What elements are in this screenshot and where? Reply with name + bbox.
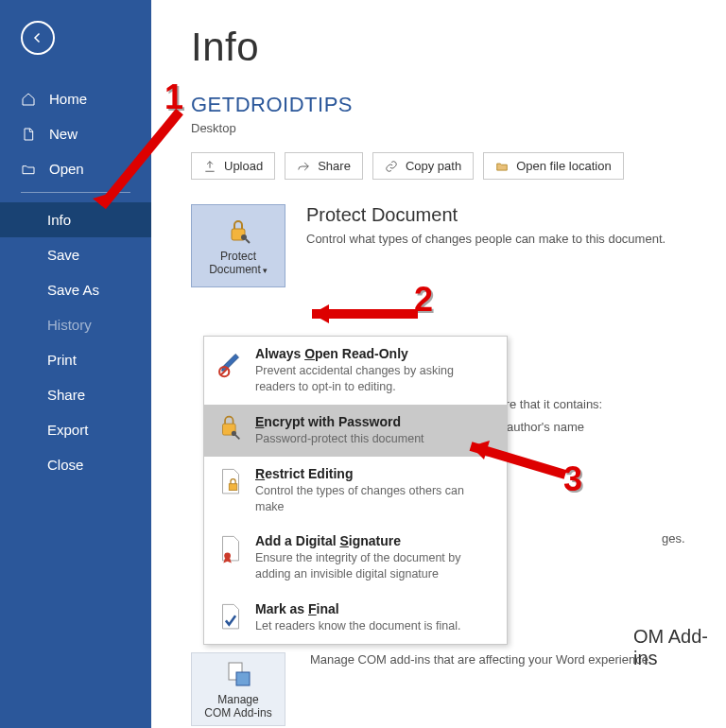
protect-document-dropdown: Always Open Read-Only Prevent accidental… [203, 336, 508, 645]
open-file-location-button[interactable]: Open file location [483, 152, 623, 180]
menu-item-title: Add a Digital Signature [255, 533, 493, 548]
share-icon [297, 160, 310, 173]
menu-item-desc: Prevent accidental changes by asking rea… [255, 363, 493, 395]
lock-key-icon [217, 414, 244, 446]
page-title: Info [191, 25, 698, 70]
menu-item-desc: Let readers know the document is final. [255, 618, 460, 634]
sidebar-item-label: Home [49, 91, 87, 107]
document-icon [21, 127, 36, 142]
menu-encrypt-with-password[interactable]: Encrypt with Password Password-protect t… [204, 405, 507, 457]
copy-path-button[interactable]: Copy path [372, 152, 474, 180]
folder-open-icon [21, 162, 36, 177]
sidebar-item-history: History [0, 307, 151, 342]
menu-add-digital-signature[interactable]: Add a Digital Signature Ensure the integ… [204, 524, 507, 592]
protect-document-section: ProtectDocument▾ Protect Document Contro… [191, 204, 698, 287]
inspect-document-section-partial: ware that it contains: author's name [490, 395, 726, 434]
addins-desc: Manage COM add-ins that are affecting yo… [310, 652, 652, 667]
menu-item-title: Mark as Final [255, 601, 460, 616]
text-fragment: ges. [662, 531, 685, 546]
menu-item-desc: Ensure the integrity of the document by … [255, 550, 493, 582]
sidebar-item-new[interactable]: New [0, 116, 151, 151]
doc-ribbon-icon [217, 533, 244, 565]
protect-document-text: Protect Document Control what types of c… [306, 204, 666, 249]
link-icon [385, 160, 398, 173]
upload-button[interactable]: Upload [191, 152, 275, 180]
menu-item-desc: Password-protect this document [255, 431, 424, 447]
sidebar-item-saveas[interactable]: Save As [0, 272, 151, 307]
svg-point-9 [224, 553, 231, 560]
sidebar-item-info[interactable]: Info [0, 202, 151, 237]
backstage-sidebar: Home New Open Info Save Save As History … [0, 0, 151, 728]
menu-always-open-readonly[interactable]: Always Open Read-Only Prevent accidental… [204, 337, 507, 405]
sidebar-item-print[interactable]: Print [0, 342, 151, 377]
manage-com-addins-button[interactable]: ManageCOM Add-ins [191, 652, 285, 726]
share-button[interactable]: Share [285, 152, 363, 180]
arrow-left-icon [29, 29, 46, 46]
menu-item-desc: Control the types of changes others can … [255, 483, 493, 515]
sidebar-item-home[interactable]: Home [0, 81, 151, 116]
menu-restrict-editing[interactable]: Restrict Editing Control the types of ch… [204, 457, 507, 525]
svg-rect-3 [236, 672, 250, 685]
folder-icon [495, 160, 509, 173]
sidebar-item-close[interactable]: Close [0, 447, 151, 482]
protect-desc: Control what types of changes people can… [306, 230, 666, 249]
menu-item-title: Restrict Editing [255, 466, 493, 481]
document-title: GETDROIDTIPS [191, 93, 698, 117]
menu-item-title: Always Open Read-Only [255, 346, 493, 361]
menu-item-title: Encrypt with Password [255, 414, 424, 429]
addins-icon [223, 659, 253, 689]
sidebar-separator [21, 192, 130, 193]
home-icon [21, 92, 36, 107]
svg-rect-8 [229, 483, 237, 490]
sidebar-item-open[interactable]: Open [0, 151, 151, 186]
sidebar-item-save[interactable]: Save [0, 237, 151, 272]
sidebar-item-export[interactable]: Export [0, 412, 151, 447]
menu-mark-as-final[interactable]: Mark as Final Let readers know the docum… [204, 592, 507, 644]
doc-lock-icon [217, 466, 244, 498]
pencil-no-icon [217, 346, 244, 378]
info-toolbar: Upload Share Copy path Open file locatio… [191, 152, 698, 180]
lock-key-icon [223, 216, 253, 246]
upload-icon [203, 160, 216, 173]
back-button[interactable] [21, 21, 55, 55]
document-location: Desktop [191, 121, 698, 135]
protect-heading: Protect Document [306, 204, 666, 226]
doc-check-icon [217, 601, 244, 633]
manage-addins-section: ManageCOM Add-ins [191, 652, 285, 726]
sidebar-item-label: New [49, 126, 78, 142]
protect-document-button[interactable]: ProtectDocument▾ [191, 204, 285, 287]
sidebar-item-label: Open [49, 161, 84, 177]
sidebar-item-share[interactable]: Share [0, 377, 151, 412]
